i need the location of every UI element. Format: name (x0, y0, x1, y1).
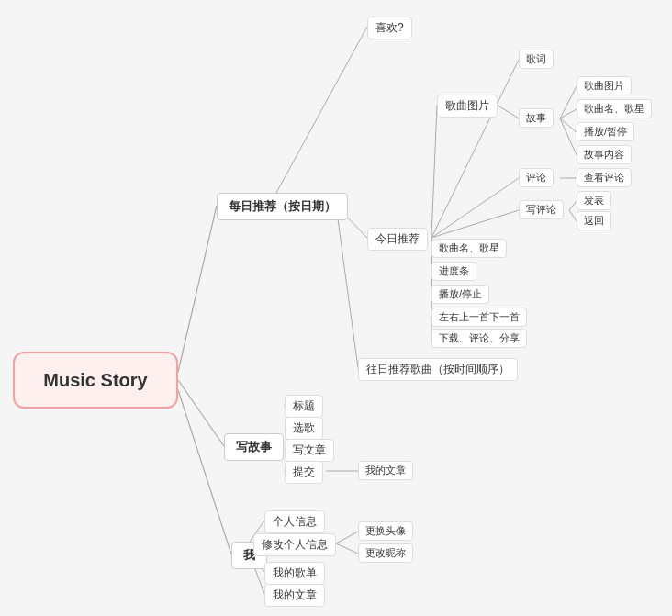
bofangzanting2-node[interactable]: 播放/停止 (431, 285, 489, 304)
svg-line-21 (569, 201, 577, 210)
xuange-node[interactable]: 选歌 (285, 417, 323, 440)
xiazaifenxiang-label: 下载、评论、分享 (439, 331, 520, 345)
connections-svg (0, 0, 672, 616)
svg-line-1 (178, 380, 224, 446)
bofangzanting2-label: 播放/停止 (439, 287, 482, 301)
wodewenzhang-node[interactable]: 我的文章 (358, 461, 413, 480)
svg-line-19 (560, 118, 577, 155)
wangriquge-label: 往日推荐歌曲（按时间顺序） (366, 362, 510, 377)
xiewenzhang-node[interactable]: 写文章 (285, 439, 334, 462)
biaoti-node[interactable]: 标题 (285, 395, 323, 418)
geminggesing-node[interactable]: 歌曲名、歌星 (577, 99, 652, 118)
xiugaigenr-node[interactable]: 修改个人信息 (253, 533, 336, 556)
svg-line-7 (431, 105, 437, 238)
gerxinxi-label: 个人信息 (273, 514, 317, 530)
daily-label: 每日推荐（按日期） (229, 198, 336, 215)
gushineir-node[interactable]: 故事内容 (577, 145, 632, 164)
bofangzanting-node[interactable]: 播放/暂停 (577, 122, 634, 141)
huantouxiang-label: 更换头像 (365, 524, 406, 538)
pinglun-node[interactable]: 评论 (519, 168, 554, 187)
svg-line-6 (431, 60, 519, 238)
xiazaifenxiang-node[interactable]: 下载、评论、分享 (431, 329, 527, 348)
gengniicheng-label: 更改昵称 (365, 546, 406, 560)
geminggesing-label: 歌曲名、歌星 (584, 102, 644, 116)
jindutiao-node[interactable]: 进度条 (431, 262, 476, 281)
tijiao-label: 提交 (293, 465, 315, 480)
daily-node[interactable]: 每日推荐（按日期） (217, 193, 348, 220)
xiegushi-label: 写故事 (236, 439, 272, 455)
svg-line-18 (560, 118, 577, 132)
wodegdan-label: 我的歌单 (273, 566, 317, 581)
xiegushi-node[interactable]: 写故事 (224, 433, 284, 461)
root-label: Music Story (43, 370, 147, 391)
xiepinglun-node[interactable]: 写评论 (519, 200, 564, 219)
pinglun-label: 评论 (526, 171, 546, 185)
gushineir-label: 故事内容 (584, 148, 624, 162)
fabiaopl-node[interactable]: 发表 (577, 191, 611, 210)
xiugaigenr-label: 修改个人信息 (262, 537, 328, 553)
gushiqupian2-node[interactable]: 歌曲图片 (577, 76, 632, 95)
root-node: Music Story (13, 352, 178, 409)
geci-node[interactable]: 歌词 (519, 50, 554, 69)
xiewenzhang-label: 写文章 (293, 442, 326, 458)
zuoyoushang-label: 左右上一首下一首 (439, 310, 520, 324)
wodegdan-node[interactable]: 我的歌单 (264, 562, 325, 585)
svg-line-22 (569, 210, 577, 221)
mindmap: Music Story 每日推荐（按日期） 写故事 我 喜欢? 今日推荐 往日推… (0, 0, 672, 616)
zuoyoushang-node[interactable]: 左右上一首下一首 (431, 308, 527, 327)
svg-line-17 (560, 109, 577, 118)
jindutiao-label: 进度条 (439, 264, 469, 278)
svg-line-5 (336, 206, 358, 368)
geminggesing2-node[interactable]: 歌曲名、歌星 (431, 239, 507, 258)
chakpinglun-node[interactable]: 查看评论 (577, 168, 632, 187)
svg-line-15 (497, 105, 519, 118)
gerxinxi-node[interactable]: 个人信息 (264, 510, 325, 533)
svg-line-3 (276, 27, 367, 193)
jinritj-label: 今日推荐 (375, 231, 420, 247)
huantouxiang-node[interactable]: 更换头像 (358, 521, 413, 541)
svg-line-2 (178, 390, 231, 554)
svg-line-0 (178, 206, 217, 372)
gushiqupian-label: 歌曲图片 (445, 98, 489, 114)
wangriquge-node[interactable]: 往日推荐歌曲（按时间顺序） (358, 358, 518, 381)
fanhui-label: 返回 (584, 214, 604, 228)
gushi-label: 故事 (526, 111, 546, 125)
svg-line-33 (336, 543, 358, 554)
gengniicheng-node[interactable]: 更改昵称 (358, 543, 413, 563)
wodewz-label: 我的文章 (273, 588, 317, 603)
gushiqupian2-label: 歌曲图片 (584, 79, 624, 93)
chakpinglun-label: 查看评论 (584, 171, 624, 185)
svg-line-32 (336, 532, 358, 543)
gushi-node[interactable]: 故事 (519, 108, 554, 128)
svg-line-8 (431, 178, 519, 238)
wodewz-node[interactable]: 我的文章 (264, 584, 325, 607)
wodewenzhang-label: 我的文章 (365, 464, 406, 477)
geminggesing2-label: 歌曲名、歌星 (439, 241, 499, 255)
bofangzanting-label: 播放/暂停 (584, 125, 627, 139)
geci-label: 歌词 (526, 52, 546, 66)
xihuan-label: 喜欢? (375, 20, 404, 36)
svg-line-9 (431, 210, 519, 238)
biaoti-label: 标题 (293, 398, 315, 414)
xiepinglun-label: 写评论 (526, 203, 556, 217)
xihuan-node[interactable]: 喜欢? (367, 17, 412, 39)
svg-line-16 (560, 86, 577, 118)
fanhui-node[interactable]: 返回 (577, 211, 611, 230)
tijiao-node[interactable]: 提交 (285, 461, 323, 484)
jinritj-node[interactable]: 今日推荐 (367, 228, 428, 251)
gushiqupian-node[interactable]: 歌曲图片 (437, 95, 498, 118)
fabiaopl-label: 发表 (584, 194, 604, 207)
xuange-label: 选歌 (293, 420, 315, 436)
